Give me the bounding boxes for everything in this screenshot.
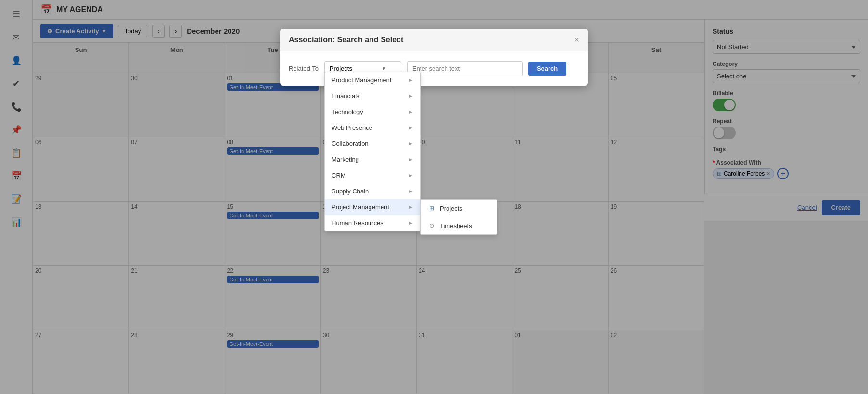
dropdown-item-label: Collaboration [332, 140, 369, 147]
dropdown-item-label: Supply Chain [332, 188, 369, 195]
search-input[interactable] [407, 61, 523, 76]
chevron-right-icon: ► [408, 77, 413, 83]
dropdown-item-label: Human Resources [332, 219, 383, 227]
chevron-right-icon: ► [408, 157, 413, 162]
dropdown-item-crm[interactable]: CRM ► [325, 167, 420, 183]
modal-body: Related To Projects ▼ Search Product Man… [280, 51, 588, 86]
dropdown-item-label: Technology [332, 108, 363, 115]
dropdown-item-marketing[interactable]: Marketing ► [325, 152, 420, 167]
dropdown-item-wrapper-project-mgmt: Project Management ► ⊞ Projects ⊙ Timesh… [325, 199, 420, 215]
dropdown-arrow-icon: ▼ [382, 66, 386, 71]
dropdown-item-product-mgmt[interactable]: Product Management ► [325, 72, 420, 88]
dropdown-item-technology[interactable]: Technology ► [325, 104, 420, 120]
chevron-right-icon: ► [408, 220, 413, 226]
chevron-right-icon: ► [408, 125, 413, 130]
association-modal: Association: Search and Select × Related… [280, 29, 588, 86]
dropdown-item-label: Financials [332, 92, 360, 100]
chevron-right-icon: ► [408, 109, 413, 114]
clock-icon: ⊙ [427, 221, 436, 230]
dropdown-item-label: Marketing [332, 156, 359, 163]
dropdown-item-collaboration[interactable]: Collaboration ► [325, 136, 420, 152]
dropdown-item-label: Product Management [332, 76, 391, 84]
chevron-right-icon: ► [408, 93, 413, 99]
modal-header: Association: Search and Select × [280, 29, 588, 51]
dropdown-item-label: CRM [332, 172, 346, 179]
chevron-right-icon: ► [408, 141, 413, 146]
dropdown-item-project-mgmt[interactable]: Project Management ► [325, 199, 420, 215]
submenu-item-timesheets[interactable]: ⊙ Timesheets [421, 217, 497, 234]
related-to-label: Related To [289, 65, 319, 72]
modal-title: Association: Search and Select [289, 36, 403, 44]
search-button[interactable]: Search [528, 62, 566, 76]
module-dropdown-menu: Product Management ► Financials ► Techno… [324, 72, 421, 231]
modal-close-button[interactable]: × [574, 36, 579, 44]
chevron-right-icon: ► [408, 204, 413, 210]
modal-overlay[interactable]: Association: Search and Select × Related… [0, 0, 868, 394]
dropdown-item-financials[interactable]: Financials ► [325, 88, 420, 104]
grid-icon: ⊞ [427, 204, 436, 213]
submenu-item-label: Timesheets [440, 222, 472, 229]
dropdown-item-label: Web Presence [332, 124, 372, 131]
dropdown-item-human-resources[interactable]: Human Resources ► [325, 215, 420, 231]
submenu-item-label: Projects [440, 205, 462, 212]
chevron-right-icon: ► [408, 189, 413, 194]
dropdown-item-label: Project Management [332, 203, 389, 211]
dropdown-item-supply-chain[interactable]: Supply Chain ► [325, 183, 420, 199]
dropdown-item-web-presence[interactable]: Web Presence ► [325, 120, 420, 136]
submenu-item-projects[interactable]: ⊞ Projects [421, 200, 497, 217]
chevron-right-icon: ► [408, 173, 413, 178]
selected-module-label: Projects [330, 65, 352, 72]
project-management-submenu: ⊞ Projects ⊙ Timesheets [420, 199, 497, 235]
